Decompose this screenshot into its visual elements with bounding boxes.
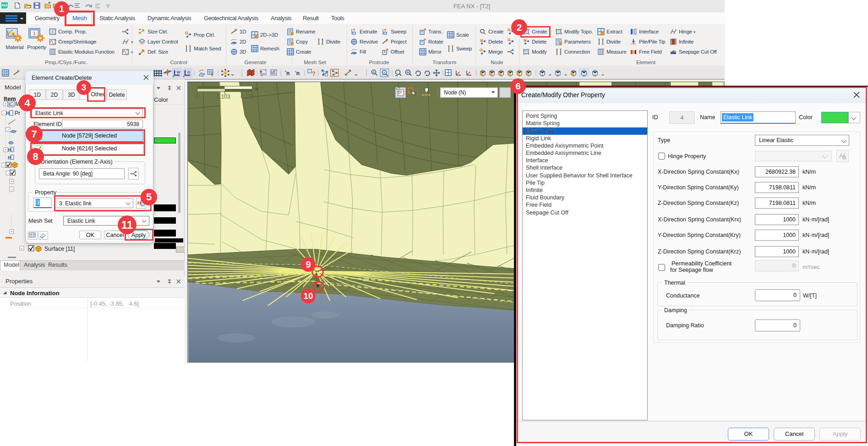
svg-text:FEA: FEA — [2, 4, 8, 7]
svg-text:-: - — [7, 171, 9, 176]
svg-text:H: H — [8, 155, 11, 160]
svg-text:A: A — [383, 71, 386, 74]
svg-text:I: I — [33, 31, 35, 36]
svg-text:E: E — [13, 33, 15, 36]
svg-text:E: E — [273, 71, 275, 73]
svg-text:?: ? — [312, 70, 316, 77]
svg-text:ºn: ºn — [285, 70, 289, 77]
svg-text:0.103: 0.103 — [217, 94, 230, 100]
svg-text:-: - — [3, 111, 5, 116]
svg-text:+: + — [11, 180, 13, 184]
svg-text:W: W — [177, 70, 180, 74]
svg-text:+: + — [5, 148, 7, 153]
svg-text:Node (N): Node (N) — [444, 89, 466, 96]
svg-text:+: + — [11, 230, 13, 235]
svg-text:+: + — [21, 247, 23, 251]
svg-text:A: A — [373, 71, 375, 74]
svg-text:¹n: ¹n — [295, 70, 300, 77]
svg-text:H: H — [8, 148, 11, 153]
svg-text:+: + — [5, 102, 7, 107]
svg-text:-: - — [11, 187, 13, 192]
svg-text:0.205: 0.205 — [241, 94, 255, 100]
svg-text:0: 0 — [196, 94, 199, 100]
svg-text:-: - — [7, 128, 9, 132]
svg-text:G: G — [187, 70, 190, 74]
svg-text:-: - — [3, 164, 5, 168]
svg-text:H: H — [6, 110, 10, 116]
svg-text:m: m — [254, 86, 258, 92]
svg-text:Pr: Pr — [15, 110, 20, 116]
